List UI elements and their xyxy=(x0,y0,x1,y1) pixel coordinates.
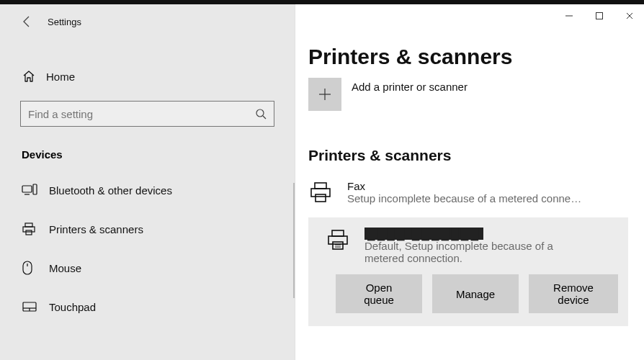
window-minimize-button[interactable] xyxy=(565,12,573,20)
svg-rect-1 xyxy=(22,186,32,192)
app-title: Settings xyxy=(48,17,81,27)
touchpad-icon xyxy=(22,301,49,312)
sidebar-home-label: Home xyxy=(46,71,75,83)
svg-rect-17 xyxy=(316,194,326,202)
settings-sidebar: Settings Home Devices Bluetooth & other … xyxy=(0,4,295,360)
svg-rect-20 xyxy=(333,242,343,249)
sidebar-home[interactable]: Home xyxy=(0,60,295,92)
manage-button[interactable]: Manage xyxy=(432,274,519,313)
svg-point-0 xyxy=(256,109,264,117)
sidebar-item-label: Printers & scanners xyxy=(49,223,143,235)
add-icon xyxy=(308,78,341,111)
page-title: Printers & scanners xyxy=(308,45,644,69)
device-status: Default, Setup incomplete because of a m… xyxy=(365,240,595,264)
add-printer-label: Add a printer or scanner xyxy=(352,81,468,93)
device-name: ████ ███████ xyxy=(365,228,596,240)
search-input-container[interactable] xyxy=(20,101,274,127)
sidebar-item-label: Touchpad xyxy=(49,301,96,313)
svg-rect-5 xyxy=(26,230,32,235)
sidebar-item-bluetooth[interactable]: Bluetooth & other devices xyxy=(0,171,295,210)
device-status: Setup incomplete because of a metered co… xyxy=(347,192,607,204)
sidebar-item-label: Mouse xyxy=(49,262,81,274)
back-button[interactable] xyxy=(13,14,42,29)
remove-device-button[interactable]: Remove device xyxy=(529,274,618,313)
window-maximize-button[interactable] xyxy=(595,12,604,20)
device-name: Fax xyxy=(347,180,622,192)
printer-icon xyxy=(326,228,365,252)
svg-rect-18 xyxy=(332,230,344,236)
device-row-selected[interactable]: ████ ███████ Default, Setup incomplete b… xyxy=(318,228,618,274)
svg-rect-16 xyxy=(311,189,330,197)
search-icon xyxy=(255,108,267,120)
sidebar-item-label: Bluetooth & other devices xyxy=(49,184,172,197)
svg-rect-2 xyxy=(33,184,37,194)
scrollbar[interactable] xyxy=(293,183,295,298)
main-panel: Printers & scanners Add a printer or sca… xyxy=(295,4,644,360)
sidebar-item-touchpad[interactable]: Touchpad xyxy=(0,287,295,326)
svg-rect-4 xyxy=(23,227,35,232)
home-icon xyxy=(22,69,46,84)
printer-icon xyxy=(22,222,49,236)
section-title: Printers & scanners xyxy=(308,147,644,164)
devices-icon xyxy=(22,184,49,197)
printer-icon xyxy=(308,180,347,204)
device-row-fax[interactable]: Fax Setup incomplete because of a metere… xyxy=(308,174,644,212)
svg-rect-12 xyxy=(596,13,603,19)
search-input[interactable] xyxy=(28,108,243,120)
window-close-button[interactable] xyxy=(625,12,634,20)
sidebar-group-label: Devices xyxy=(22,148,295,161)
selected-device-card: ████ ███████ Default, Setup incomplete b… xyxy=(308,217,628,326)
mouse-icon xyxy=(22,260,49,276)
sidebar-item-mouse[interactable]: Mouse xyxy=(0,248,295,287)
svg-rect-19 xyxy=(328,236,347,244)
sidebar-item-printers[interactable]: Printers & scanners xyxy=(0,210,295,248)
add-printer-row[interactable]: Add a printer or scanner xyxy=(308,78,644,111)
svg-rect-3 xyxy=(25,223,32,227)
open-queue-button[interactable]: Open queue xyxy=(336,274,422,313)
svg-rect-15 xyxy=(315,183,326,189)
svg-rect-6 xyxy=(23,261,32,274)
